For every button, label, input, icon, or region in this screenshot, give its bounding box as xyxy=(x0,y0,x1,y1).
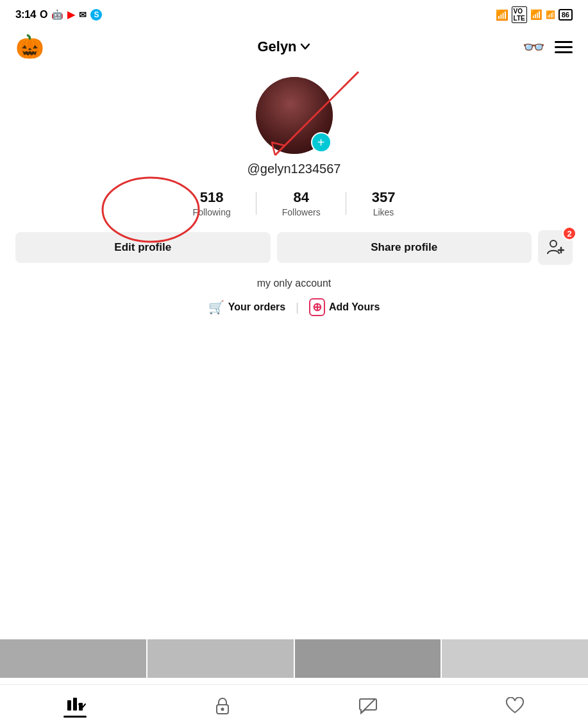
stats-wrapper: 518 Following 84 Followers 357 Likes xyxy=(15,189,573,230)
nav-right-icons: 👓 xyxy=(523,37,573,58)
bio-text: my only account xyxy=(257,278,332,289)
add-friend-button[interactable]: 2 xyxy=(538,230,573,265)
action-buttons: Edit profile Share profile 2 xyxy=(15,230,573,265)
stat-followers[interactable]: 84 Followers xyxy=(256,189,346,217)
status-bar: 3:14 O 🤖 ▶ ✉ S 📶 VOLTE 📶 📶 86 xyxy=(0,0,588,27)
signal-icon-1: 📶 xyxy=(530,9,542,21)
glasses-icon[interactable]: 👓 xyxy=(523,37,543,58)
add-yours-label: Add Yours xyxy=(329,301,380,313)
thumb-3 xyxy=(295,639,442,678)
status-time: 3:14 xyxy=(15,8,36,21)
followers-count: 84 xyxy=(293,189,308,206)
stat-following[interactable]: 518 Following xyxy=(167,189,256,217)
bottom-nav-stats[interactable] xyxy=(63,694,87,718)
edit-profile-button[interactable]: Edit profile xyxy=(15,232,271,263)
add-friend-badge: 2 xyxy=(562,226,576,240)
bottom-nav-privacy[interactable] xyxy=(214,696,231,716)
nav-username-label: Gelyn xyxy=(257,38,296,55)
following-label: Following xyxy=(193,207,231,217)
following-count: 518 xyxy=(200,189,224,206)
status-icon-o: O xyxy=(40,9,47,21)
hamburger-menu[interactable] xyxy=(555,41,573,53)
stat-likes[interactable]: 357 Likes xyxy=(346,189,421,217)
lte-icon: VOLTE xyxy=(512,6,527,23)
stats-row: 518 Following 84 Followers 357 Likes xyxy=(15,189,573,217)
battery-icon: 86 xyxy=(559,9,573,21)
link-separator: | xyxy=(296,301,299,314)
signal-icon-2: 📶 xyxy=(546,10,555,19)
wifi-icon: 📶 xyxy=(496,9,508,21)
status-right: 📶 VOLTE 📶 📶 86 xyxy=(496,6,573,23)
thumb-4 xyxy=(442,639,588,678)
add-yours-icon: ⊕ xyxy=(309,298,325,316)
status-left: 3:14 O 🤖 ▶ ✉ S xyxy=(15,8,102,21)
cart-icon: 🛒 xyxy=(208,299,224,315)
orders-label: Your orders xyxy=(228,301,286,313)
status-icon-messenger: ✉ xyxy=(79,10,87,20)
followers-label: Followers xyxy=(282,207,321,217)
dropdown-arrow-icon xyxy=(78,703,86,709)
status-icon-assistant: 🤖 xyxy=(51,9,63,21)
bottom-nav xyxy=(0,684,588,724)
chat-slash-icon xyxy=(358,697,378,715)
bottom-nav-likes[interactable] xyxy=(505,697,525,715)
bottom-spacer xyxy=(0,332,588,434)
thumb-2 xyxy=(147,639,295,678)
heart-icon xyxy=(505,697,525,715)
svg-line-0 xyxy=(275,72,358,155)
lock-icon xyxy=(214,696,231,716)
chevron-down-icon xyxy=(301,44,310,50)
profile-section: + @gelyn1234567 518 Following 84 Followe… xyxy=(0,67,588,332)
likes-count: 357 xyxy=(372,189,396,206)
share-profile-button[interactable]: Share profile xyxy=(277,232,532,263)
status-icon-skype: S xyxy=(90,9,102,21)
add-friend-icon xyxy=(546,239,564,257)
username-nav[interactable]: Gelyn xyxy=(257,38,309,55)
status-icon-youtube: ▶ xyxy=(67,9,75,21)
svg-line-10 xyxy=(361,699,375,713)
links-row: 🛒 Your orders | ⊕ Add Yours xyxy=(208,298,380,316)
pumpkin-emoji: 🎃 xyxy=(15,33,44,60)
your-orders-link[interactable]: 🛒 Your orders xyxy=(208,299,286,315)
svg-point-2 xyxy=(550,240,557,247)
active-indicator xyxy=(63,716,87,718)
thumbnail-strip xyxy=(0,639,588,678)
likes-label: Likes xyxy=(373,207,394,217)
svg-rect-6 xyxy=(73,698,77,711)
bottom-nav-messages[interactable] xyxy=(358,697,378,715)
svg-rect-5 xyxy=(67,700,71,711)
add-yours-link[interactable]: ⊕ Add Yours xyxy=(309,298,380,316)
svg-point-9 xyxy=(221,707,224,711)
thumb-1 xyxy=(0,639,147,678)
